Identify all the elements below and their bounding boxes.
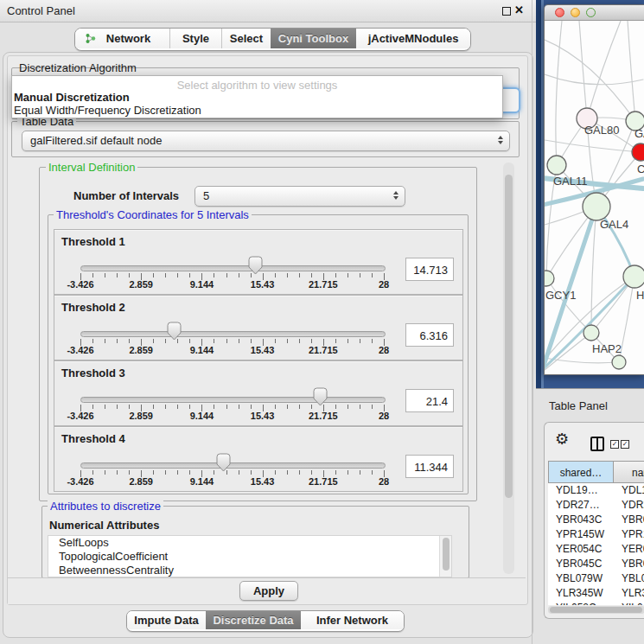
tick-label: 2.859 bbox=[129, 476, 153, 487]
tick-mark bbox=[299, 273, 300, 277]
table-row[interactable]: YDL19…YDL1 bbox=[548, 483, 644, 498]
tab-jactivemnodules[interactable]: jActiveMNodules bbox=[356, 29, 470, 48]
network-window-titlebar[interactable] bbox=[545, 5, 644, 21]
threshold-value-field[interactable]: 6.316 bbox=[405, 323, 454, 347]
slider-thumb[interactable] bbox=[312, 387, 328, 406]
tick-mark bbox=[251, 470, 252, 475]
tick-mark bbox=[335, 470, 336, 475]
slider-track[interactable] bbox=[80, 397, 386, 403]
tick-mark bbox=[105, 470, 105, 475]
table-window: ⚙ ✓ ✓ shared… name YDL19…YDL1YDR27…YDR2Y… bbox=[544, 422, 644, 619]
tick-mark bbox=[92, 273, 93, 277]
list-scrollbar[interactable] bbox=[439, 536, 451, 577]
table-data-combo-value: galFiltered.sif default node bbox=[30, 131, 162, 150]
node-label: GAL11 bbox=[553, 175, 588, 188]
tab-cyni-toolbox[interactable]: Cyni Toolbox bbox=[271, 29, 356, 48]
tick-mark bbox=[372, 273, 373, 277]
network-node-red-node[interactable] bbox=[632, 143, 644, 161]
table-row[interactable]: YBL079WYBL0 bbox=[548, 571, 644, 586]
threshold-value-field[interactable]: 11.344 bbox=[405, 455, 454, 478]
tick-mark bbox=[165, 273, 166, 277]
table-row[interactable]: YBR045CYBR0 bbox=[548, 557, 644, 571]
tab-impute-data[interactable]: Impute Data bbox=[127, 611, 206, 629]
tick-mark bbox=[117, 339, 118, 343]
attributes-group-title: Attributes to discretize bbox=[48, 500, 163, 513]
slider-thumb[interactable] bbox=[215, 453, 232, 472]
network-node-hap2[interactable] bbox=[583, 325, 599, 341]
column-header-shared-name[interactable]: shared… bbox=[548, 461, 614, 483]
table-panel-title: Table Panel bbox=[549, 399, 608, 412]
gear-icon[interactable]: ⚙ bbox=[555, 430, 569, 449]
tick-mark bbox=[177, 470, 178, 475]
interval-group-title: Interval Definition bbox=[46, 161, 137, 174]
table-row[interactable]: YPR145WYPR1 bbox=[548, 527, 644, 542]
network-node-gcy1[interactable] bbox=[545, 271, 554, 286]
threshold-value-field[interactable]: 14.713 bbox=[405, 258, 454, 281]
tab-infer-network[interactable]: Infer Network bbox=[301, 611, 404, 629]
network-canvas[interactable]: GAL80GACGAL11GAL4GCY1HHAP2 bbox=[545, 21, 644, 374]
tab-style[interactable]: Style bbox=[170, 29, 222, 48]
horizontal-scrollbar[interactable] bbox=[548, 606, 644, 614]
tick-mark bbox=[189, 339, 190, 343]
tick-mark bbox=[299, 470, 300, 475]
tick-mark bbox=[372, 470, 373, 475]
tick-mark bbox=[129, 339, 130, 343]
column-layout-icon[interactable] bbox=[590, 437, 604, 451]
tick-label: -3.426 bbox=[67, 411, 93, 421]
slider-track[interactable] bbox=[80, 265, 386, 271]
tick-mark bbox=[226, 405, 227, 409]
zoom-traffic-light[interactable] bbox=[586, 8, 596, 17]
checkbox-checked-icon[interactable]: ✓ bbox=[621, 440, 629, 449]
num-intervals-combo[interactable]: 5 bbox=[194, 186, 405, 207]
network-node-gal4[interactable] bbox=[583, 193, 610, 220]
threshold-value-field[interactable]: 21.4 bbox=[405, 389, 454, 412]
tick-label: 2.859 bbox=[129, 345, 153, 355]
attribute-item-topologicalcoefficient[interactable]: TopologicalCoefficient bbox=[48, 550, 451, 564]
network-node-gal11[interactable] bbox=[547, 156, 566, 175]
minimize-traffic-light[interactable] bbox=[571, 8, 580, 17]
tick-mark bbox=[129, 273, 130, 277]
attribute-item-betweennesscentrality[interactable]: BetweennessCentrality bbox=[48, 564, 451, 577]
tick-mark bbox=[360, 405, 360, 409]
tick-mark bbox=[226, 339, 227, 343]
tick-mark bbox=[348, 470, 348, 475]
tab-discretize-data[interactable]: Discretize Data bbox=[206, 611, 301, 629]
slider-thumb[interactable] bbox=[166, 322, 182, 341]
dropdown-hint: Select algorithm to view settings bbox=[12, 79, 502, 92]
table-row[interactable]: YLR345WYLR3 bbox=[548, 586, 644, 601]
node-label: GAL80 bbox=[584, 124, 619, 137]
tick-mark bbox=[226, 273, 227, 277]
tick-mark bbox=[348, 339, 348, 343]
slider-track[interactable] bbox=[80, 331, 386, 337]
tab-network[interactable]: Network bbox=[75, 29, 170, 48]
close-traffic-light[interactable] bbox=[555, 8, 564, 17]
panel-scrollbar[interactable] bbox=[503, 163, 514, 574]
slider-thumb[interactable] bbox=[247, 256, 264, 275]
thresholds-group-title: Threshold's Coordinates for 5 Intervals bbox=[54, 208, 252, 221]
tick-mark bbox=[117, 470, 118, 475]
close-icon[interactable]: ✕ bbox=[514, 3, 524, 16]
network-node-h[interactable] bbox=[623, 265, 644, 288]
attribute-item-selfloops[interactable]: SelfLoops bbox=[48, 536, 451, 550]
table-row[interactable]: YBR043CYBR0 bbox=[548, 513, 644, 527]
table-row[interactable]: YDR27…YDR2 bbox=[548, 498, 644, 513]
tab-select[interactable]: Select bbox=[222, 29, 271, 48]
table-row[interactable]: YER054CYER0 bbox=[548, 542, 644, 557]
network-node-edge-node[interactable] bbox=[612, 355, 626, 369]
tick-mark bbox=[299, 339, 300, 343]
node-label: GAL4 bbox=[600, 218, 628, 231]
algorithm-option-equal-width-frequency-discretization[interactable]: Equal Width/Frequency Discretization bbox=[14, 104, 201, 117]
slider-track[interactable] bbox=[80, 462, 386, 469]
tick-mark bbox=[360, 273, 360, 277]
panel-splitter[interactable] bbox=[532, 0, 532, 644]
column-header-name[interactable]: name bbox=[614, 461, 644, 483]
tick-mark bbox=[214, 273, 214, 277]
table-data-combo[interactable]: galFiltered.sif default node bbox=[22, 131, 510, 151]
apply-button[interactable]: Apply bbox=[239, 581, 298, 601]
tick-mark bbox=[251, 405, 252, 409]
float-window-icon[interactable] bbox=[502, 7, 511, 16]
algorithm-option-manual-discretization[interactable]: Manual Discretization bbox=[14, 91, 130, 104]
num-intervals-value: 5 bbox=[203, 187, 209, 206]
table-row[interactable]: YIL052CYIL0 bbox=[548, 601, 644, 605]
checkbox-checked-icon[interactable]: ✓ bbox=[610, 440, 619, 449]
